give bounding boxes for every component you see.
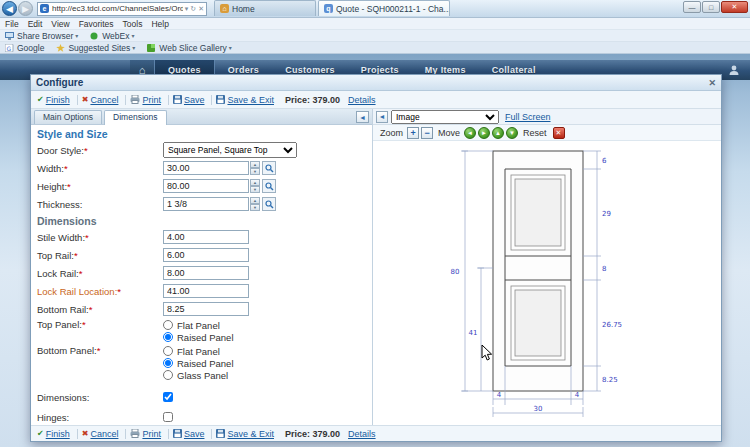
- collapse-options-button[interactable]: ◄: [356, 111, 369, 123]
- height-stepper[interactable]: ▲▼: [250, 179, 260, 193]
- browser-tab-home[interactable]: ⌂ Home: [214, 0, 316, 16]
- dialog-toolbar-bottom: ✔ Finish ✖ Cancel Print Save Save & Exit…: [31, 425, 721, 441]
- print-button[interactable]: Print: [142, 95, 161, 105]
- save-exit-button[interactable]: Save & Exit: [227, 95, 274, 105]
- height-input[interactable]: [163, 179, 249, 193]
- menu-edit[interactable]: Edit: [28, 19, 43, 29]
- details-link[interactable]: Details: [348, 95, 376, 105]
- bottom-rail-input[interactable]: [163, 302, 249, 316]
- top-panel-flat-radio[interactable]: [163, 320, 173, 330]
- cancel-button-bottom[interactable]: Cancel: [90, 429, 118, 439]
- stop-icon[interactable]: ✕: [198, 5, 204, 13]
- top-panel-raised-option[interactable]: Raised Panel: [163, 331, 234, 343]
- favorite-web-slice-gallery[interactable]: Web Slice Gallery ▾: [147, 43, 231, 53]
- thickness-lookup-button[interactable]: [262, 197, 276, 211]
- finish-button-bottom[interactable]: Finish: [46, 429, 70, 439]
- width-input[interactable]: [163, 161, 249, 175]
- menu-file[interactable]: File: [5, 19, 19, 29]
- lock-rail-input[interactable]: [163, 266, 249, 280]
- collapse-icon: ◄: [379, 113, 386, 120]
- lock-rail-location-input[interactable]: [163, 284, 249, 298]
- field-height: Height:* ▲▼: [37, 177, 366, 195]
- address-dropdown-icon[interactable]: ▾: [185, 5, 189, 13]
- zoom-in-button[interactable]: +: [407, 127, 419, 139]
- thickness-input[interactable]: [163, 197, 249, 211]
- suggested-sites-caret-icon: ▾: [132, 44, 135, 51]
- print-icon: [130, 429, 140, 438]
- collapse-icon: ◄: [359, 114, 366, 121]
- tab-dimensions[interactable]: Dimensions: [104, 110, 166, 125]
- address-bar[interactable]: e http://ec3.tdci.com/ChannelSales/Order…: [37, 2, 207, 16]
- bottom-panel-flat-radio[interactable]: [163, 346, 173, 356]
- reset-button[interactable]: ✕: [553, 127, 565, 139]
- dialog-close-icon[interactable]: ✕: [708, 78, 716, 88]
- save-button[interactable]: Save: [184, 95, 205, 105]
- door-drawing-canvas[interactable]: 80 41 6 29 8 26.75 8.25 4 4 30: [373, 141, 721, 425]
- bottom-panel-flat-option[interactable]: Flat Panel: [163, 345, 234, 357]
- stepper-down-icon[interactable]: ▼: [250, 168, 260, 175]
- print-button-bottom[interactable]: Print: [142, 429, 161, 439]
- stepper-up-icon[interactable]: ▲: [250, 179, 260, 186]
- bottom-panel-glass-radio[interactable]: [163, 370, 173, 380]
- zoom-out-button[interactable]: −: [421, 127, 433, 139]
- door-style-select[interactable]: Square Panel, Square Top: [163, 142, 297, 158]
- menu-help[interactable]: Help: [151, 19, 168, 29]
- zoom-label: Zoom: [380, 128, 403, 138]
- forward-button[interactable]: ▶: [18, 1, 33, 16]
- save-exit-button-bottom[interactable]: Save & Exit: [227, 429, 274, 439]
- details-link-bottom[interactable]: Details: [348, 429, 376, 439]
- menu-tools[interactable]: Tools: [123, 19, 143, 29]
- close-window-button[interactable]: ✕: [721, 1, 748, 13]
- dialog-body: Main Options Dimensions ◄ Style and Size…: [31, 109, 721, 425]
- bottom-panel-raised-radio[interactable]: [163, 358, 173, 368]
- field-dimensions-toggle: Dimensions:: [37, 388, 366, 406]
- top-rail-input[interactable]: [163, 248, 249, 262]
- width-stepper[interactable]: ▲▼: [250, 161, 260, 175]
- dimensions-checkbox[interactable]: [163, 392, 173, 402]
- share-browser-button[interactable]: Share Browser ▾: [5, 31, 78, 41]
- field-width: Width:* ▲▼: [37, 159, 366, 177]
- save-button-bottom[interactable]: Save: [184, 429, 205, 439]
- bottom-panel-raised-option[interactable]: Raised Panel: [163, 357, 234, 369]
- height-lookup-button[interactable]: [262, 179, 276, 193]
- move-left-button[interactable]: ◄: [464, 127, 476, 139]
- quote-tab-favicon: q: [324, 4, 333, 13]
- favorite-suggested-sites[interactable]: Suggested Sites ▾: [56, 43, 135, 53]
- full-screen-link[interactable]: Full Screen: [505, 112, 551, 122]
- move-up-button[interactable]: ▲: [492, 127, 504, 139]
- top-panel-raised-radio[interactable]: [163, 332, 173, 342]
- menu-favorites[interactable]: Favorites: [79, 19, 114, 29]
- move-right-button[interactable]: ►: [478, 127, 490, 139]
- view-mode-select[interactable]: Image: [391, 110, 499, 124]
- menu-view[interactable]: View: [51, 19, 69, 29]
- tab-main-options[interactable]: Main Options: [34, 110, 102, 124]
- stepper-down-icon[interactable]: ▼: [250, 186, 260, 193]
- minimize-button[interactable]: —: [683, 1, 701, 13]
- refresh-icon[interactable]: ↻: [190, 5, 196, 13]
- stepper-down-icon[interactable]: ▼: [250, 204, 260, 211]
- thickness-stepper[interactable]: ▲▼: [250, 197, 260, 211]
- move-down-button[interactable]: ▼: [506, 127, 518, 139]
- maximize-button[interactable]: □: [702, 1, 720, 13]
- top-panel-flat-option[interactable]: Flat Panel: [163, 319, 234, 331]
- stepper-up-icon[interactable]: ▲: [250, 161, 260, 168]
- save-exit-icon: [216, 95, 225, 104]
- browser-tab-quote[interactable]: q Quote - SQH000211-1 - Cha... ✕: [318, 0, 450, 16]
- collapse-viewer-button[interactable]: ◄: [376, 111, 388, 123]
- width-lookup-button[interactable]: [262, 161, 276, 175]
- hinges-checkbox[interactable]: [163, 412, 173, 422]
- bottom-panel-radio-group: Flat Panel Raised Panel Glass Panel: [163, 345, 234, 381]
- stepper-up-icon[interactable]: ▲: [250, 197, 260, 204]
- user-icon: [728, 64, 740, 76]
- toolbar-separator: [211, 95, 212, 105]
- webex-label: WebEx: [102, 31, 129, 41]
- finish-icon: ✔: [37, 429, 44, 438]
- cancel-button[interactable]: Cancel: [90, 95, 118, 105]
- webex-button[interactable]: WebEx ▾: [90, 31, 134, 41]
- favorite-google[interactable]: G Google: [5, 43, 44, 53]
- user-menu-button[interactable]: [728, 64, 740, 76]
- back-button[interactable]: ◀: [2, 1, 17, 16]
- bottom-panel-glass-option[interactable]: Glass Panel: [163, 369, 234, 381]
- finish-button[interactable]: Finish: [46, 95, 70, 105]
- stile-width-input[interactable]: [163, 230, 249, 244]
